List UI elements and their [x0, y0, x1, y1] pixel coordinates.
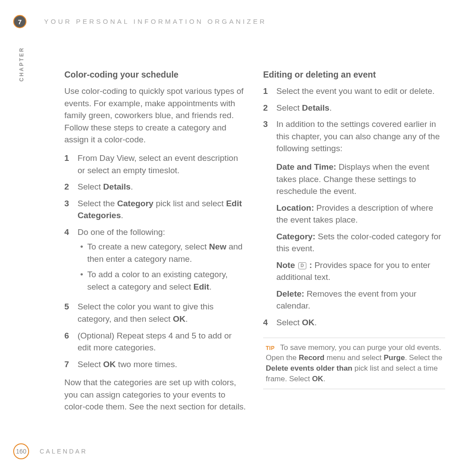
footer-section-title: CALENDAR: [40, 448, 87, 455]
text: .: [121, 211, 123, 220]
page-footer: 160 CALENDAR: [13, 443, 87, 459]
bold-record: Record: [299, 353, 325, 362]
running-header: YOUR PERSONAL INFORMATION ORGANIZER: [44, 18, 267, 25]
chapter-number: 7: [18, 18, 22, 26]
step-4: 4 Do one of the following: To create a n…: [64, 226, 246, 297]
bold-ok: OK: [103, 360, 116, 369]
step-4-options: To create a new category, select New and…: [78, 241, 246, 293]
text: Select the: [78, 199, 117, 208]
note-icon: D: [298, 262, 306, 269]
tip-box: TIP To save memory, you can purge your o…: [263, 338, 445, 389]
chapter-number-badge: 7: [13, 15, 26, 28]
step-body: From Day View, select an event descripti…: [78, 152, 246, 176]
text: Select the color you want to give this c…: [78, 302, 213, 324]
step-7: 7 Select OK two more times.: [64, 358, 246, 371]
color-coding-steps: 1 From Day View, select an event descrip…: [64, 152, 246, 370]
def-delete: Delete: Removes the event from your cale…: [276, 288, 445, 312]
bold-ok: OK: [312, 375, 324, 383]
text: .: [209, 282, 212, 291]
text: Select: [276, 318, 302, 327]
tip-text: .: [323, 375, 325, 383]
step-number: 1: [263, 85, 276, 97]
outro-paragraph: Now that the categories are set up with …: [64, 376, 246, 413]
step-3: 3 In addition to the settings covered ea…: [263, 118, 445, 155]
step-body: Do one of the following: To create a new…: [78, 226, 246, 297]
chapter-label: CHAPTER: [19, 47, 25, 82]
step-6: 6 (Optional) Repeat steps 4 and 5 to add…: [64, 330, 246, 354]
bold-details: Details: [302, 103, 329, 112]
step-5: 5 Select the color you want to give this…: [64, 301, 246, 325]
option-edit-category: To add a color to an existing category, …: [78, 268, 246, 293]
editing-steps-cont: 4 Select OK.: [263, 316, 445, 329]
text: pick list and select: [153, 199, 226, 208]
step-number: 2: [263, 102, 276, 114]
step-number: 6: [64, 330, 78, 342]
step-number: 2: [64, 181, 78, 193]
option-new-category: To create a new category, select New and…: [78, 241, 246, 265]
step-number: 7: [64, 358, 78, 371]
term: Location:: [276, 203, 314, 212]
page-number: 160: [16, 448, 26, 455]
bold-ok: OK: [302, 318, 315, 327]
bold-details: Details: [103, 182, 130, 191]
right-column: Editing or deleting an event 1 Select th…: [263, 68, 445, 436]
step-number: 4: [64, 226, 78, 238]
step-1: 1 Select the event you want to edit or d…: [263, 85, 445, 97]
step-2: 2 Select Details.: [263, 102, 445, 114]
def-note: Note D : Provides space for you to enter…: [276, 259, 445, 283]
step-body: Select the color you want to give this c…: [78, 301, 246, 325]
section-heading-color-coding: Color-coding your schedule: [64, 68, 246, 81]
page-number-badge: 160: [13, 443, 29, 459]
text: Select: [78, 182, 103, 191]
step-body: Select the event you want to edit or del…: [276, 85, 445, 97]
intro-paragraph: Use color-coding to quickly spot various…: [64, 85, 246, 146]
step-body: Select OK.: [276, 316, 445, 329]
page-content: Color-coding your schedule Use color-cod…: [64, 68, 445, 436]
step-4: 4 Select OK.: [263, 316, 445, 329]
step-body: Select OK two more times.: [78, 358, 246, 371]
step-body: Select the Category pick list and select…: [78, 197, 246, 222]
tip-text: . Select the: [405, 353, 443, 362]
bold-purge: Purge: [383, 353, 405, 362]
step-body: Select Details.: [78, 181, 246, 193]
bold-delete-older: Delete events older than: [266, 364, 353, 372]
step-number: 4: [263, 316, 276, 329]
term: Note: [276, 260, 298, 270]
tip-label: TIP: [266, 345, 275, 351]
text: two more times.: [116, 360, 177, 369]
tip-text: menu and select: [324, 353, 383, 362]
step-number: 5: [64, 301, 78, 313]
text: Select: [78, 360, 103, 369]
def-date-time: Date and Time: Displays when the event t…: [276, 161, 445, 197]
term-colon: :: [307, 260, 312, 270]
bold-edit: Edit: [193, 282, 209, 291]
step-1: 1 From Day View, select an event descrip…: [64, 152, 246, 176]
step-2: 2 Select Details.: [64, 181, 246, 193]
bold-new: New: [209, 242, 226, 251]
step-number: 1: [64, 152, 78, 164]
term: Date and Time:: [276, 162, 336, 171]
section-heading-editing: Editing or deleting an event: [263, 68, 445, 81]
step-body: Select Details.: [276, 102, 445, 114]
step-number: 3: [64, 197, 78, 210]
step-number: 3: [263, 118, 276, 130]
editing-steps: 1 Select the event you want to edit or d…: [263, 85, 445, 155]
left-column: Color-coding your schedule Use color-cod…: [64, 68, 246, 436]
text: .: [329, 103, 331, 112]
step-body: In addition to the settings covered earl…: [276, 118, 445, 155]
term: Delete:: [276, 289, 304, 298]
term: Category:: [276, 232, 316, 241]
text: Select: [276, 103, 302, 112]
def-category: Category: Sets the color-coded category …: [276, 231, 445, 255]
def-location: Location: Provides a description of wher…: [276, 202, 445, 226]
text: .: [130, 182, 133, 191]
text: To create a new category, select: [87, 242, 209, 251]
bold-category: Category: [117, 199, 153, 208]
text: Do one of the following:: [78, 227, 165, 237]
step-body: (Optional) Repeat steps 4 and 5 to add o…: [78, 330, 246, 354]
step-3: 3 Select the Category pick list and sele…: [64, 197, 246, 222]
text: .: [186, 314, 188, 324]
bold-ok: OK: [173, 314, 186, 324]
text: .: [315, 318, 317, 327]
